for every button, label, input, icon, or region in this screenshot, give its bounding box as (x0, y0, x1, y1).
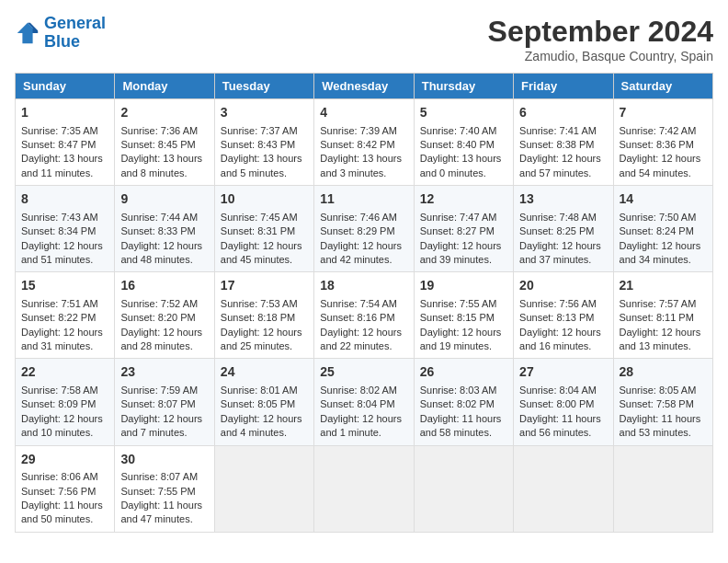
day-info: Daylight: 12 hours (620, 239, 707, 253)
day-info: Sunset: 8:24 PM (620, 224, 707, 238)
day-info: Sunset: 8:45 PM (120, 138, 208, 152)
day-info: Sunrise: 7:57 AM (620, 297, 707, 311)
day-cell: 1Sunrise: 7:35 AMSunset: 8:47 PMDaylight… (16, 99, 115, 186)
day-number: 24 (221, 363, 308, 382)
day-cell (613, 445, 712, 532)
day-number: 14 (620, 190, 707, 209)
day-info: and 4 minutes. (221, 426, 308, 440)
day-info: Sunrise: 7:36 AM (120, 124, 208, 138)
day-info: Sunset: 8:02 PM (420, 397, 507, 411)
day-cell (314, 445, 414, 532)
day-info: and 5 minutes. (221, 167, 308, 180)
day-info: and 0 minutes. (420, 167, 507, 180)
day-info: and 39 minutes. (420, 253, 507, 267)
day-info: Daylight: 12 hours (320, 239, 407, 253)
col-header-wednesday: Wednesday (314, 74, 414, 99)
day-info: and 3 minutes. (320, 167, 407, 180)
day-info: Sunrise: 8:02 AM (320, 384, 407, 397)
day-info: Sunset: 8:38 PM (519, 138, 607, 152)
week-row-5: 29Sunrise: 8:06 AMSunset: 7:56 PMDayligh… (16, 445, 713, 532)
day-number: 23 (120, 363, 208, 382)
day-number: 27 (519, 363, 607, 382)
day-cell: 14Sunrise: 7:50 AMSunset: 8:24 PMDayligh… (613, 186, 712, 272)
day-info: Daylight: 12 hours (21, 326, 108, 339)
col-header-thursday: Thursday (414, 74, 513, 99)
day-info: Daylight: 12 hours (519, 239, 607, 253)
day-number: 18 (320, 277, 407, 295)
day-info: Sunset: 8:29 PM (320, 224, 407, 238)
day-info: Daylight: 12 hours (21, 239, 108, 253)
day-info: Sunrise: 7:59 AM (120, 384, 208, 397)
day-info: Daylight: 12 hours (320, 412, 407, 426)
day-info: Sunrise: 7:40 AM (420, 124, 507, 138)
day-info: Daylight: 12 hours (620, 152, 707, 166)
day-info: and 10 minutes. (21, 426, 108, 440)
day-info: and 51 minutes. (21, 253, 108, 267)
day-info: and 37 minutes. (519, 253, 607, 267)
day-info: Sunrise: 7:45 AM (221, 211, 308, 224)
day-info: Daylight: 12 hours (620, 326, 707, 339)
day-info: Sunrise: 7:55 AM (420, 297, 507, 311)
day-info: Daylight: 11 hours (519, 412, 607, 426)
col-header-monday: Monday (115, 74, 214, 99)
day-cell: 5Sunrise: 7:40 AMSunset: 8:40 PMDaylight… (414, 99, 513, 186)
day-cell: 13Sunrise: 7:48 AMSunset: 8:25 PMDayligh… (514, 186, 613, 272)
day-info: and 57 minutes. (519, 167, 607, 180)
day-cell: 26Sunrise: 8:03 AMSunset: 8:02 PMDayligh… (414, 359, 513, 445)
day-info: Daylight: 11 hours (120, 499, 208, 512)
day-info: Sunset: 8:00 PM (519, 397, 607, 411)
day-number: 3 (221, 104, 308, 122)
day-info: and 8 minutes. (120, 167, 208, 180)
day-cell (414, 445, 513, 532)
day-info: Sunset: 8:25 PM (519, 224, 607, 238)
day-info: Sunrise: 7:37 AM (221, 124, 308, 138)
week-row-1: 1Sunrise: 7:35 AMSunset: 8:47 PMDaylight… (16, 99, 713, 186)
day-cell: 22Sunrise: 7:58 AMSunset: 8:09 PMDayligh… (16, 359, 115, 445)
day-info: Sunrise: 8:05 AM (620, 384, 707, 397)
day-info: Daylight: 11 hours (21, 499, 108, 512)
day-info: Sunrise: 7:47 AM (420, 211, 507, 224)
day-info: Sunrise: 7:43 AM (21, 211, 108, 224)
day-info: Sunset: 8:05 PM (221, 397, 308, 411)
day-info: Sunrise: 8:03 AM (420, 384, 507, 397)
day-info: Sunrise: 7:58 AM (21, 384, 108, 397)
day-info: Sunset: 8:34 PM (21, 224, 108, 238)
day-info: Sunrise: 8:04 AM (519, 384, 607, 397)
page-header: General Blue September 2024 Zamudio, Bas… (15, 15, 713, 63)
day-info: Sunrise: 7:39 AM (320, 124, 407, 138)
day-info: Sunset: 8:31 PM (221, 224, 308, 238)
day-info: Daylight: 12 hours (420, 239, 507, 253)
day-info: and 47 minutes. (120, 512, 208, 526)
day-info: Sunrise: 7:51 AM (21, 297, 108, 311)
week-row-3: 15Sunrise: 7:51 AMSunset: 8:22 PMDayligh… (16, 272, 713, 359)
day-info: Daylight: 12 hours (221, 239, 308, 253)
day-number: 17 (221, 277, 308, 295)
day-info: and 25 minutes. (221, 339, 308, 353)
day-cell: 12Sunrise: 7:47 AMSunset: 8:27 PMDayligh… (414, 186, 513, 272)
day-info: Sunset: 8:18 PM (221, 311, 308, 325)
day-info: Sunrise: 7:48 AM (519, 211, 607, 224)
day-info: Sunrise: 7:50 AM (620, 211, 707, 224)
day-info: Daylight: 12 hours (221, 412, 308, 426)
day-cell: 18Sunrise: 7:54 AMSunset: 8:16 PMDayligh… (314, 272, 414, 359)
day-cell: 16Sunrise: 7:52 AMSunset: 8:20 PMDayligh… (115, 272, 214, 359)
day-info: Sunrise: 8:07 AM (120, 470, 208, 484)
logo-text: General Blue (44, 15, 106, 52)
day-info: and 31 minutes. (21, 339, 108, 353)
day-info: Daylight: 13 hours (420, 152, 507, 166)
day-info: Sunset: 8:20 PM (120, 311, 208, 325)
day-info: Sunset: 8:16 PM (320, 311, 407, 325)
day-info: Sunset: 8:11 PM (620, 311, 707, 325)
day-info: and 48 minutes. (120, 253, 208, 267)
day-info: Sunset: 8:42 PM (320, 138, 407, 152)
day-cell: 17Sunrise: 7:53 AMSunset: 8:18 PMDayligh… (214, 272, 313, 359)
header-row: SundayMondayTuesdayWednesdayThursdayFrid… (16, 74, 713, 99)
col-header-saturday: Saturday (613, 74, 712, 99)
day-cell: 10Sunrise: 7:45 AMSunset: 8:31 PMDayligh… (214, 186, 313, 272)
day-info: Sunrise: 7:52 AM (120, 297, 208, 311)
day-number: 26 (420, 363, 507, 382)
day-info: and 16 minutes. (519, 339, 607, 353)
day-info: Daylight: 13 hours (21, 152, 108, 166)
day-info: and 50 minutes. (21, 512, 108, 526)
day-info: and 19 minutes. (420, 339, 507, 353)
